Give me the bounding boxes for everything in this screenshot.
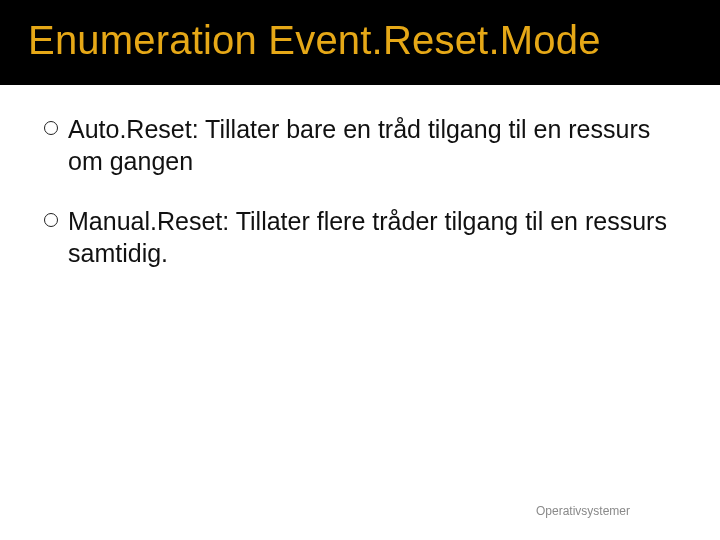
bullet-text: Manual.Reset: Tillater flere tråder tilg…	[68, 205, 676, 269]
circle-bullet-icon	[44, 121, 58, 135]
list-item: Manual.Reset: Tillater flere tråder tilg…	[44, 205, 676, 269]
list-item: Auto.Reset: Tillater bare en tråd tilgan…	[44, 113, 676, 177]
content-area: Auto.Reset: Tillater bare en tråd tilgan…	[0, 85, 720, 269]
footer-text: Operativsystemer	[536, 504, 630, 518]
bullet-text: Auto.Reset: Tillater bare en tråd tilgan…	[68, 113, 676, 177]
title-band: Enumeration Event.Reset.Mode	[0, 0, 720, 85]
circle-bullet-icon	[44, 213, 58, 227]
slide-title: Enumeration Event.Reset.Mode	[28, 18, 720, 63]
